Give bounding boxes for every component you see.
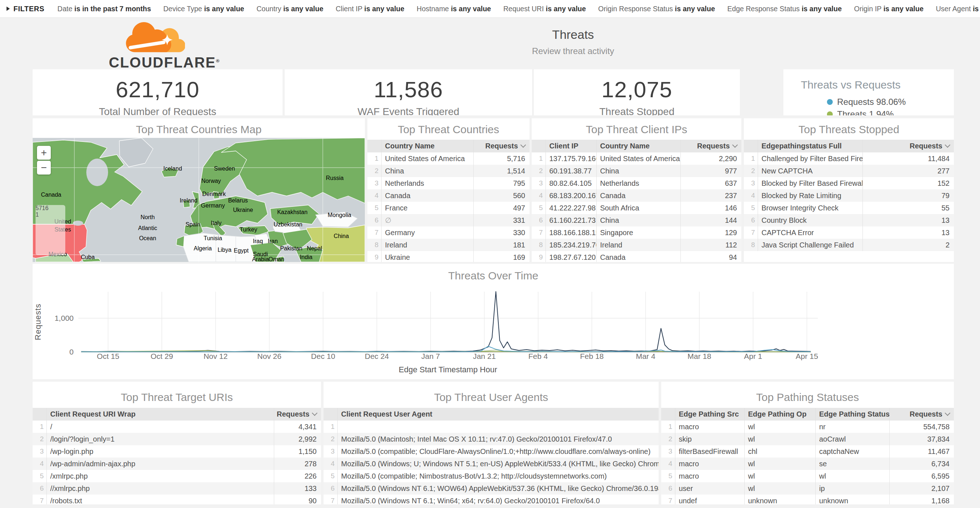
column-header-label: Client IP — [549, 142, 579, 150]
map-country-label: Germany — [201, 202, 225, 209]
map-country-label: Iran — [268, 238, 278, 244]
row-index-column-header — [661, 408, 675, 420]
table-cell: Mozilla/5.0 (Windows NT 6.1; WOW64) Appl… — [337, 482, 659, 495]
requests-column-header[interactable]: Requests — [889, 408, 954, 420]
top-threat-countries-grid: Country NameRequests1United States of Am… — [368, 140, 530, 262]
table-cell: 61.160.221.73 — [546, 214, 596, 226]
table-cell: 2,290 — [681, 152, 741, 165]
edge-pathing-op-column-header[interactable]: Edge Pathing Op — [744, 408, 815, 420]
edge-pathing-status-column-header[interactable]: Edge Pathing Status — [815, 408, 889, 420]
requests-column-header[interactable]: Requests — [862, 140, 954, 152]
filters-expand-icon[interactable] — [6, 6, 10, 11]
table-cell: 185.234.219.70 — [546, 239, 596, 251]
map-country-label: Sweden — [214, 166, 235, 172]
row-index-column-header — [744, 140, 758, 152]
table-cell: 144 — [681, 214, 741, 226]
requests-column-header[interactable]: Requests — [681, 140, 741, 152]
row-index: 2 — [532, 165, 546, 177]
row-index: 6 — [532, 214, 546, 226]
sort-chevron-down-icon[interactable] — [312, 410, 318, 416]
x-tick-label: Jan 7 — [422, 352, 440, 360]
table-row: 6∅331 — [368, 214, 530, 226]
filter-condition: is in the past 7 months — [74, 5, 151, 13]
table-cell: /robots.txt — [46, 495, 274, 504]
map-zoom-out-button[interactable]: − — [37, 161, 51, 175]
edge-pathing-src-column-header[interactable]: Edge Pathing Src — [675, 408, 744, 420]
sort-chevron-down-icon[interactable] — [945, 142, 951, 148]
table-cell: Mozilla/5.0 (compatible; Nimbostratus-Bo… — [337, 470, 659, 482]
table-cell: skip — [675, 433, 744, 445]
map-ocean-label: North — [140, 214, 154, 220]
table-cell: 278 — [274, 457, 321, 470]
row-index: 9 — [368, 251, 381, 262]
row-index: 5 — [368, 202, 381, 214]
filter-item[interactable]: Request URI is any value — [503, 5, 586, 13]
filter-item[interactable]: Edge Response Status is any value — [727, 5, 842, 13]
row-index: 5 — [33, 470, 46, 482]
client-ip-column-header[interactable]: Client IP — [546, 140, 596, 152]
table-cell: Country Block — [758, 214, 862, 226]
filter-item[interactable]: Date is in the past 7 months — [57, 5, 151, 13]
sort-chevron-down-icon[interactable] — [520, 142, 526, 148]
table-cell: New CAPTCHA — [758, 165, 862, 177]
table-row: 7CAPTCHA Error13 — [744, 226, 954, 239]
x-tick-label: Oct 15 — [97, 352, 119, 360]
row-index: 1 — [744, 152, 758, 165]
table-row: 5/xmlrpc.php226 — [33, 470, 321, 482]
map-hudson-bay — [86, 159, 108, 186]
row-index: 1 — [368, 152, 381, 165]
table-cell: France — [381, 202, 473, 214]
country-name-column-header[interactable]: Country Name — [381, 140, 473, 152]
filter-item[interactable]: Origin Response Status is any value — [598, 5, 715, 13]
row-index: 6 — [33, 482, 46, 495]
top-threat-countries-map-panel: Top Threat Countries Map — [33, 118, 365, 262]
table-cell: China — [381, 165, 473, 177]
map-caspian-sea — [267, 218, 274, 231]
filter-item[interactable]: Device Type is any value — [163, 5, 244, 13]
map-country-label: Turkey — [240, 226, 257, 233]
column-header-label: Requests — [485, 142, 518, 150]
sort-chevron-down-icon[interactable] — [945, 410, 951, 416]
map-country-label: Iraq — [253, 238, 263, 244]
table-row: 7Mozilla/5.0 (Windows NT 6.1; Win64; x64… — [323, 495, 659, 504]
filter-item[interactable]: Origin IP is any value — [854, 5, 924, 13]
map-country-label: Algeria — [194, 245, 212, 252]
table-row: 2skipwlaoCrawl37,834 — [661, 433, 954, 445]
map-zoom-in-button[interactable]: + — [37, 146, 51, 160]
edgepathingstatus-full-column-header[interactable]: Edgepathingstatus Full — [758, 140, 862, 152]
table-row: 3filterBasedFirewallchlcaptchaNew11,467 — [661, 445, 954, 457]
filter-condition: is any value — [451, 5, 491, 13]
row-index-column-header — [33, 408, 46, 420]
table-row: 5Browser Integrity Check55 — [744, 202, 954, 214]
row-index: 3 — [532, 177, 546, 190]
x-tick-label: Jan 21 — [473, 352, 496, 360]
table-cell: ∅ — [381, 214, 473, 226]
requests-column-header[interactable]: Requests — [274, 408, 321, 420]
row-index: 7 — [744, 226, 758, 239]
map-country-label: Arabia — [252, 256, 269, 262]
table-cell: Germany — [381, 226, 473, 239]
world-map[interactable]: CanadaUnitedStatesMexicoCubaIcelandIrela… — [33, 138, 365, 262]
requests-column-header[interactable]: Requests — [473, 140, 530, 152]
threats-vs-requests-legend: Requests 98.06%Threats 1.94% — [783, 97, 954, 115]
client-request-user-agent-column-header[interactable]: Client Request User Agent — [337, 408, 659, 420]
filter-item[interactable]: User Agent is any value — [936, 5, 980, 13]
table-cell: 237 — [681, 190, 741, 202]
filter-item[interactable]: Hostname is any value — [417, 5, 491, 13]
table-cell: 68.183.200.167 — [546, 190, 596, 202]
threats-vs-requests-card: Threats vs Requests Requests 98.06%Threa… — [783, 69, 954, 115]
table-cell: captchaNew — [815, 445, 889, 457]
row-index: 1 — [661, 420, 675, 433]
table-cell: 637 — [681, 177, 741, 190]
filter-item[interactable]: Country is any value — [256, 5, 323, 13]
stat-label: Threats Stopped — [534, 106, 740, 115]
filters-label[interactable]: FILTERS — [13, 5, 44, 13]
map-country-label: Mongolia — [328, 212, 352, 218]
row-index-column-header — [532, 140, 546, 152]
country-name-column-header[interactable]: Country Name — [596, 140, 681, 152]
table-cell: Netherlands — [381, 177, 473, 190]
sort-chevron-down-icon[interactable] — [732, 142, 738, 148]
client-request-uri-wrap-column-header[interactable]: Client Request URI Wrap — [46, 408, 274, 420]
table-row: 4Blocked by Rate Limiting79 — [744, 190, 954, 202]
filter-item[interactable]: Client IP is any value — [336, 5, 404, 13]
